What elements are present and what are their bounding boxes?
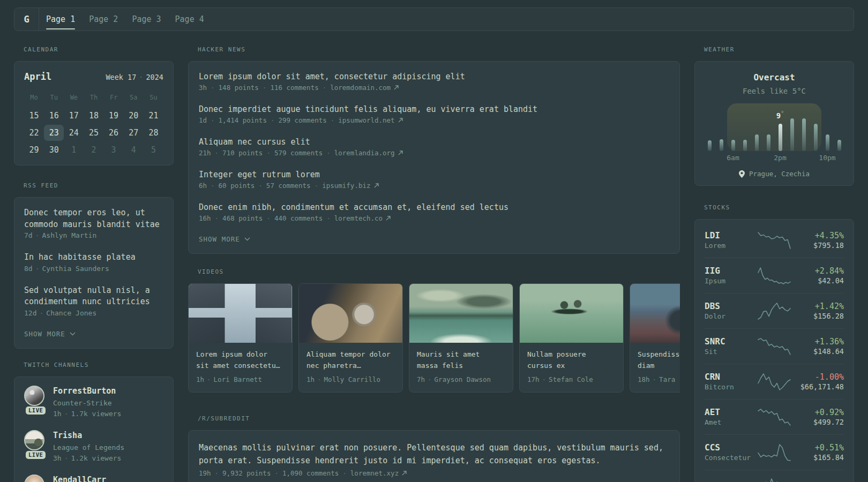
live-badge: LIVE xyxy=(26,451,46,459)
stock-row[interactable]: DBS Dolor +1.42% $156.28 xyxy=(705,293,844,329)
hackernews-item-title[interactable]: Integer eget rutrum lorem xyxy=(199,169,669,180)
calendar-day: 17 xyxy=(64,107,84,124)
twitch-channel[interactable]: LIVE KendallCarr · xyxy=(24,475,163,482)
video-thumbnail[interactable] xyxy=(630,284,680,343)
calendar-day: 1 xyxy=(64,141,84,159)
stock-row[interactable]: CRN Bitcorn -1.00% $66,171.48 xyxy=(705,364,844,400)
hackernews-item-title[interactable]: Aliquam nec cursus elit xyxy=(199,137,669,148)
twitch-channel-meta: 3h·1.2k viewers xyxy=(53,454,124,463)
stock-row[interactable]: AHS +0.46% xyxy=(705,470,844,482)
rss-show-more[interactable]: SHOW MORE xyxy=(24,329,163,338)
stock-ticker: AET xyxy=(705,407,757,418)
stock-row[interactable]: IIG Ipsum +2.84% $42.04 xyxy=(705,258,844,293)
stock-row[interactable]: CCS Consectetur +0.51% $165.84 xyxy=(705,435,844,470)
twitch-channel-name[interactable]: KendallCarr xyxy=(53,475,106,482)
hackernews-item-title[interactable]: Lorem ipsum dolor sit amet, consectetur … xyxy=(199,71,669,82)
hackernews-show-more[interactable]: SHOW MORE xyxy=(199,235,669,244)
stock-name: Bitcorn xyxy=(705,382,757,391)
calendar-day: 29 xyxy=(24,141,44,159)
stock-row[interactable]: SNRC Sit +1.36% $148.64 xyxy=(705,329,844,364)
weather-section-title: WEATHER xyxy=(704,46,854,53)
video-thumbnail[interactable] xyxy=(409,284,513,343)
rss-item-title[interactable]: Sed volutpat nulla nisl, a condimentum n… xyxy=(24,285,163,308)
rss-item[interactable]: Donec tempor eros leo, ut commodo mauris… xyxy=(24,207,163,240)
stock-row[interactable]: AET Amet +0.92% $499.72 xyxy=(705,400,844,435)
hackernews-item-domain[interactable]: loremtech.co xyxy=(334,214,383,222)
hackernews-item-domain[interactable]: loremlandia.org xyxy=(334,149,395,157)
page-tab[interactable]: Page 1 xyxy=(39,8,82,31)
video-meta: 1h·Molly Carrillo xyxy=(306,374,395,385)
calendar-day: 28 xyxy=(144,124,163,141)
hackernews-item-title[interactable]: Donec imperdiet augue tincidunt felis al… xyxy=(199,104,669,115)
video-card[interactable]: Nullam posuerecursus ex 17h·Stefan Cole xyxy=(519,283,624,393)
calendar-day: 16 xyxy=(44,107,64,124)
calendar-month: April xyxy=(24,71,51,82)
video-title[interactable]: Nullam posuerecursus ex xyxy=(527,349,616,371)
video-card[interactable]: Lorem ipsum dolorsit amet consectetu… 1h… xyxy=(188,283,293,393)
rss-item[interactable]: In hac habitasse platea 8d·Cynthia Saund… xyxy=(24,252,163,274)
stock-ticker: CRN xyxy=(705,372,757,382)
twitch-channel-game: Counter-Strike xyxy=(53,398,121,408)
video-card[interactable]: Suspendissediam 18h·Tara xyxy=(630,283,680,393)
stock-ticker: LDI xyxy=(705,230,757,241)
page-tab[interactable]: Page 4 xyxy=(168,8,211,31)
video-title[interactable]: Mauris sit ametmassa felis xyxy=(417,349,505,371)
page-tab[interactable]: Page 2 xyxy=(82,8,125,31)
weather-location: Prague, Czechia xyxy=(705,170,844,178)
video-meta: 17h·Stefan Cole xyxy=(527,374,616,385)
stocks-section-title: STOCKS xyxy=(704,204,854,211)
twitch-section-title: TWITCH CHANNELS xyxy=(24,362,174,368)
page-tab[interactable]: Page 3 xyxy=(125,8,168,31)
rss-item-title[interactable]: Donec tempor eros leo, ut commodo mauris… xyxy=(24,207,163,230)
video-meta: 18h·Tara xyxy=(638,374,680,385)
twitch-channel[interactable]: LIVE Trisha League of Legends 3h·1.2k vi… xyxy=(24,430,163,463)
video-thumbnail[interactable] xyxy=(520,284,623,343)
calendar-day: 5 xyxy=(144,141,163,159)
twitch-channel-name[interactable]: Trisha xyxy=(53,430,124,441)
weekday-label: Su xyxy=(144,94,163,101)
hackernews-item-domain[interactable]: ipsumworld.net xyxy=(338,116,394,124)
hackernews-item: Integer eget rutrum lorem 6h·60 points·5… xyxy=(199,169,669,191)
calendar-day: 21 xyxy=(144,107,163,124)
external-link-icon xyxy=(386,216,391,221)
hackernews-item-meta: 6h·60 points·57 comments·ipsumify.biz xyxy=(199,180,669,191)
video-card[interactable]: Mauris sit ametmassa felis 7h·Grayson Da… xyxy=(409,283,513,393)
avatar xyxy=(24,430,44,450)
video-title[interactable]: Lorem ipsum dolorsit amet consectetu… xyxy=(196,349,285,371)
stock-sparkline xyxy=(757,443,791,462)
subreddit-post-meta: 19h·9,932 points·1,090 comments·loremnet… xyxy=(199,468,669,479)
stock-ticker: CCS xyxy=(705,442,757,453)
video-title[interactable]: Suspendissediam xyxy=(638,349,680,371)
app-logo[interactable]: G xyxy=(14,8,39,31)
stock-row[interactable]: LDI Lorem +4.35% $795.18 xyxy=(705,223,844,258)
stock-change: +0.92% xyxy=(791,407,844,418)
external-link-icon xyxy=(402,471,407,476)
stock-name: Sit xyxy=(705,347,757,356)
video-meta: 1h·Lori Barnett xyxy=(196,374,285,385)
calendar-week: Week 17·2024 xyxy=(106,73,163,81)
rss-item-title[interactable]: In hac habitasse platea xyxy=(24,252,163,263)
weather-bar xyxy=(767,134,770,151)
video-thumbnail[interactable] xyxy=(299,284,402,343)
hackernews-item-domain[interactable]: ipsumify.biz xyxy=(322,182,370,190)
twitch-channel[interactable]: LIVE ForrestBurton Counter-Strike 1h·1.7… xyxy=(24,386,163,418)
rss-item[interactable]: Sed volutpat nulla nisl, a condimentum n… xyxy=(24,285,163,318)
calendar-day: 19 xyxy=(104,107,124,124)
weather-bar xyxy=(743,140,747,151)
hackernews-item-domain[interactable]: loremdomain.com xyxy=(330,84,391,92)
hackernews-item-title[interactable]: Donec enim nibh, condimentum et accumsan… xyxy=(199,202,669,213)
calendar-day: 2 xyxy=(84,141,103,159)
subreddit-post-domain[interactable]: loremnet.xyz xyxy=(350,469,399,477)
rss-item-time: 12d xyxy=(24,309,36,317)
external-link-icon xyxy=(398,118,403,123)
subreddit-post-text[interactable]: Maecenas mollis pulvinar erat non posuer… xyxy=(199,441,669,467)
video-card[interactable]: Aliquam tempor dolornec pharetra… 1h·Mol… xyxy=(298,283,403,393)
video-title[interactable]: Aliquam tempor dolornec pharetra… xyxy=(306,349,395,371)
weekday-label: Mo xyxy=(24,94,44,101)
weather-bar xyxy=(826,134,829,151)
stock-price: $156.28 xyxy=(791,312,844,321)
weekday-label: Sa xyxy=(124,94,144,101)
twitch-channel-name[interactable]: ForrestBurton xyxy=(53,386,121,396)
calendar-days-grid: 15 16 17 18 19 20 21 22 xyxy=(24,107,163,159)
video-thumbnail[interactable] xyxy=(189,284,292,343)
